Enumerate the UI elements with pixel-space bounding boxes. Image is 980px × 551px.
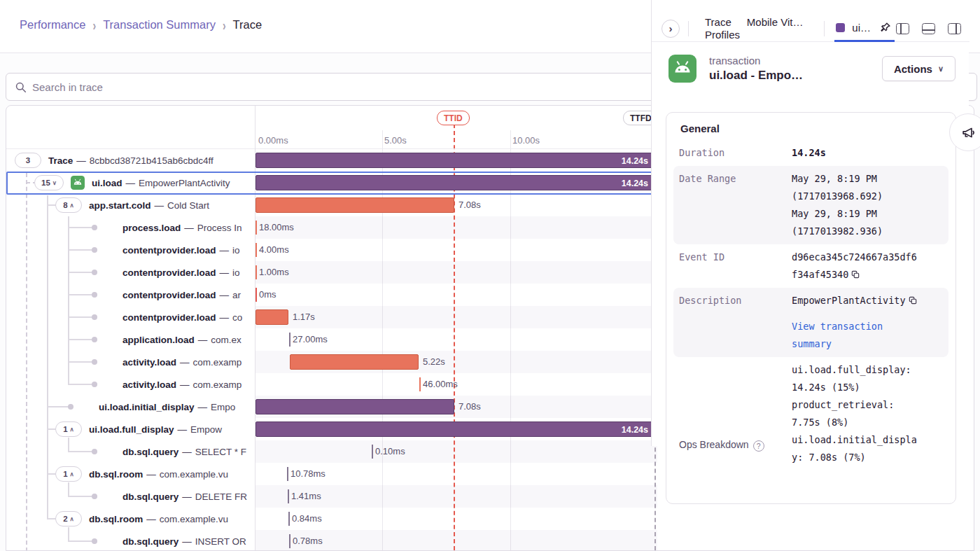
span-tree-row[interactable]: contentprovider.load—io bbox=[6, 239, 255, 261]
breadcrumb-item-transaction-summary[interactable]: Transaction Summary bbox=[103, 18, 216, 32]
span-tree-row[interactable]: 2∧db.sql.room—com.example.vu bbox=[6, 508, 255, 530]
expand-collapse-pill[interactable]: 3 bbox=[15, 153, 41, 168]
field-value-line: 7.75s (8%) bbox=[792, 414, 943, 431]
trace-row: db.sql.query—INSERT OR0.78ms bbox=[6, 530, 657, 551]
span-bar-row[interactable]: 5.22s bbox=[255, 351, 657, 373]
span-label: ui.load.full_display—Empow bbox=[89, 424, 222, 435]
span-bar-row[interactable]: 14.24s bbox=[255, 418, 657, 440]
duration-bar[interactable] bbox=[255, 399, 454, 414]
expand-collapse-pill[interactable]: 2∧ bbox=[55, 511, 82, 526]
separator: — bbox=[220, 290, 230, 300]
expand-collapse-pill[interactable]: 8∧ bbox=[55, 197, 82, 213]
span-bar-row[interactable]: 7.08s bbox=[255, 194, 657, 216]
span-tree-row[interactable]: contentprovider.load—io bbox=[6, 261, 255, 284]
span-tree-row[interactable]: 3Trace—8cbbcd38721b415ab6cbdc4ff bbox=[6, 149, 255, 172]
span-bar-row[interactable]: 10.78ms bbox=[255, 463, 657, 485]
span-bar-row[interactable]: 0.84ms bbox=[255, 508, 657, 530]
divider bbox=[824, 21, 825, 36]
span-leaf-dot bbox=[68, 404, 74, 410]
span-description: Empow bbox=[190, 424, 222, 435]
duration-tick bbox=[289, 333, 290, 347]
expand-collapse-pill[interactable]: 1∧ bbox=[55, 421, 82, 437]
span-leaf-dot bbox=[92, 225, 97, 230]
tab-active-span[interactable]: ui… bbox=[834, 15, 895, 42]
duration-tick bbox=[255, 243, 257, 257]
span-bar-row[interactable]: 1.41ms bbox=[255, 485, 657, 508]
span-bar-row[interactable]: 14.24s bbox=[255, 149, 657, 172]
span-tree-row[interactable]: ui.load.initial_display—Empo bbox=[6, 396, 255, 418]
span-bar-row[interactable]: 4.00ms bbox=[255, 239, 657, 261]
field-value-line: d96eca345c724667a35df6 bbox=[792, 249, 943, 266]
axis-tick-label: 10.00s bbox=[512, 135, 540, 146]
span-bar-row[interactable]: 46.00ms bbox=[255, 373, 657, 396]
span-tree-row-selected[interactable]: 15∨ui.load—EmpowerPlantActivity bbox=[6, 172, 255, 194]
tree-connector bbox=[68, 249, 94, 251]
expand-collapse-pill[interactable]: 1∧ bbox=[55, 466, 82, 482]
breadcrumb-item-performance[interactable]: Performance bbox=[20, 18, 85, 32]
span-tree-row[interactable]: db.sql.query—SELECT * F bbox=[6, 440, 255, 463]
span-tree-row[interactable]: 8∧app.start.cold—Cold Start bbox=[6, 194, 255, 216]
field-label: Description bbox=[679, 292, 792, 353]
duration-tick bbox=[289, 534, 290, 548]
trace-row: ui.load.initial_display—Empo7.08s bbox=[6, 396, 657, 418]
tab-profiles[interactable]: Profiles bbox=[705, 29, 740, 41]
span-bar-row[interactable]: 0.10ms bbox=[255, 440, 657, 463]
span-tree-row[interactable]: db.sql.query—INSERT OR bbox=[6, 530, 255, 551]
pin-tab-button[interactable] bbox=[878, 20, 893, 35]
duration-bar[interactable] bbox=[290, 354, 419, 370]
span-bar-row[interactable]: 0.78ms bbox=[255, 530, 657, 551]
duration-label: 14.24s bbox=[622, 422, 648, 438]
span-tree-row[interactable]: db.sql.query—DELETE FR bbox=[6, 485, 255, 508]
span-label: activity.load—com.examp bbox=[122, 357, 241, 368]
span-tree-row[interactable]: activity.load—com.examp bbox=[6, 351, 255, 373]
span-description: EmpowerPlantActivity bbox=[139, 178, 230, 188]
duration-bar[interactable]: 14.24s bbox=[255, 421, 654, 437]
span-tree-row[interactable]: contentprovider.load—co bbox=[6, 306, 255, 328]
expand-collapse-pill[interactable]: 15∨ bbox=[34, 175, 64, 190]
duration-label: 7.08s bbox=[458, 198, 481, 212]
span-bar-row[interactable]: 0ms bbox=[255, 284, 657, 306]
span-bar-row[interactable]: 14.24s bbox=[255, 172, 657, 194]
breadcrumb-item-trace[interactable]: Trace bbox=[233, 18, 262, 32]
copy-icon[interactable] bbox=[908, 295, 918, 305]
view-transaction-summary-link[interactable]: summary bbox=[792, 335, 943, 353]
duration-bar[interactable]: 14.24s bbox=[255, 175, 654, 190]
span-bar-row[interactable]: 7.08s bbox=[255, 396, 657, 418]
layout-left-panel-button[interactable] bbox=[895, 22, 911, 36]
separator: — bbox=[198, 335, 208, 345]
duration-bar[interactable]: 14.24s bbox=[255, 153, 654, 168]
duration-tick bbox=[288, 489, 289, 503]
layout-right-icon bbox=[948, 23, 961, 34]
actions-button[interactable]: Actions ∨ bbox=[882, 56, 955, 81]
expand-panel-button[interactable]: › bbox=[662, 20, 680, 38]
duration-bar[interactable] bbox=[255, 197, 454, 213]
span-description: com.example.vu bbox=[160, 469, 228, 480]
span-label: Trace—8cbbcd38721b415ab6cbdc4ff bbox=[48, 155, 214, 166]
general-row-ops-breakdown: Ops Breakdown?ui.load.full_display:14.24… bbox=[673, 357, 948, 532]
field-value-line: May 29, 8:19 PM bbox=[792, 170, 943, 188]
span-label: ui.load—EmpowerPlantActivity bbox=[92, 178, 230, 188]
tab-trace[interactable]: Trace bbox=[705, 16, 732, 28]
span-tree-row[interactable]: contentprovider.load—ar bbox=[6, 284, 255, 306]
span-bar-row[interactable]: 27.00ms bbox=[255, 328, 657, 351]
span-bar-row[interactable]: 1.17s bbox=[255, 306, 657, 328]
tab-mobilevit[interactable]: Mobile Vit… bbox=[747, 16, 804, 28]
span-tree-row[interactable]: activity.load—com.examp bbox=[6, 373, 255, 396]
tree-connector bbox=[68, 384, 94, 385]
layout-bottom-panel-button[interactable] bbox=[920, 22, 937, 36]
span-tree-row[interactable]: 1∧ui.load.full_display—Empow bbox=[6, 418, 255, 440]
duration-bar[interactable] bbox=[255, 309, 288, 325]
span-tree-row[interactable]: application.load—com.ex bbox=[6, 328, 255, 351]
span-label: contentprovider.load—co bbox=[122, 312, 242, 323]
tree-connector bbox=[68, 496, 94, 497]
divider bbox=[688, 21, 689, 36]
layout-right-panel-button[interactable] bbox=[946, 22, 962, 36]
span-tree-row[interactable]: process.load—Process In bbox=[6, 216, 255, 239]
span-tree-row[interactable]: 1∧db.sql.room—com.example.vu bbox=[6, 463, 255, 485]
span-bar-row[interactable]: 1.00ms bbox=[255, 261, 657, 284]
span-bar-row[interactable]: 18.00ms bbox=[255, 216, 657, 239]
view-transaction-summary-link[interactable]: View transaction bbox=[792, 318, 943, 335]
help-icon[interactable]: ? bbox=[753, 440, 764, 452]
copy-icon[interactable] bbox=[850, 270, 860, 279]
span-leaf-dot bbox=[92, 382, 97, 387]
